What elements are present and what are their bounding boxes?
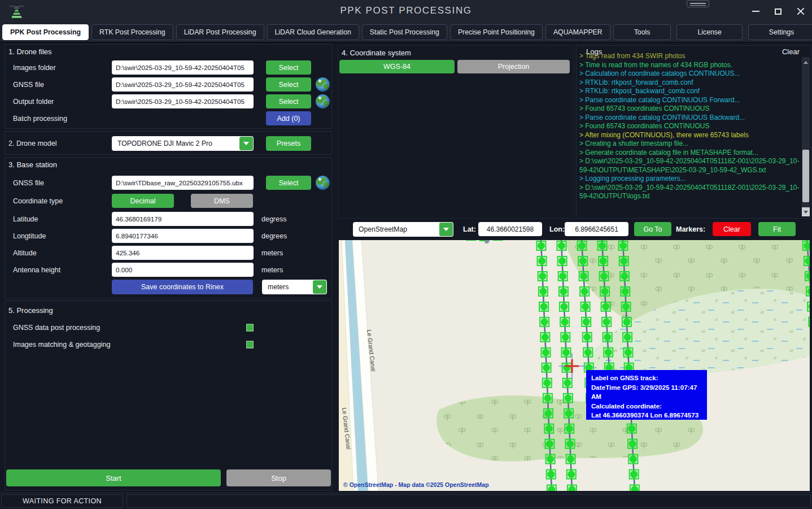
device-indicator [687, 0, 709, 7]
longitude-input[interactable]: 6.8940177346 [112, 229, 254, 243]
coordinate-system-section: 4. Coordinate system WGS-84 Projection [338, 45, 574, 219]
map-control-bar: OpenStreetMap Lat: 46.3660021598 Lon: 6.… [338, 220, 812, 239]
tab-static-post-processing[interactable]: Static Post Processing [362, 24, 447, 40]
log-entry: > D:\swir\2025-03-29_10-59-42-20250404T0… [579, 157, 800, 175]
close-icon [797, 7, 805, 15]
presets-button[interactable]: Presets [266, 136, 311, 151]
base-gnss-input[interactable]: D:\swir\TDbase_raw_20250329105755.ubx [112, 176, 254, 190]
tab-aquamapper[interactable]: AQUAMAPPER [545, 24, 610, 40]
drone-model-dropdown[interactable]: TOPODRONE DJI Mavic 2 Pro [112, 136, 254, 151]
scroll-up-icon[interactable] [802, 57, 810, 67]
log-entry: > Found 65743 coordinates CONTINUOUS [579, 122, 800, 131]
map-attribution: © OpenStreetMap - Map data ©2025 OpenStr… [343, 481, 489, 488]
images-matching-label: Images matching & geotagging [13, 341, 110, 349]
base-gnss-select-button[interactable]: Select [266, 176, 311, 190]
goto-button[interactable]: Go To [634, 222, 671, 236]
fit-button[interactable]: Fit [758, 222, 796, 236]
log-entry: > Time is read from the names of 434 RGB… [579, 61, 800, 70]
tooltip-line: Lat 46.3660390374 Lon 6.89674573 [591, 411, 702, 420]
output-folder-select-button[interactable]: Select [266, 94, 311, 108]
scroll-down-icon[interactable] [802, 207, 810, 216]
longitude-unit: degrees [261, 232, 287, 240]
chevron-down-icon [239, 137, 253, 150]
map-provider-dropdown[interactable]: OpenStreetMap [353, 222, 453, 237]
batch-processing-label: Batch processing [13, 115, 67, 123]
stop-button[interactable]: Stop [226, 469, 331, 486]
drone-files-title: 1. Drone files [8, 47, 52, 56]
wgs84-toggle[interactable]: WGS-84 [339, 60, 455, 73]
gnss-track-tooltip: Label on GNSS track: DateTime GPS: 3/29/… [586, 370, 707, 420]
lon-input[interactable]: 6.8966245651 [565, 222, 628, 236]
tab-lidar-cloud-generation[interactable]: LiDAR Cloud Generation [267, 24, 359, 40]
output-folder-label: Output folder [13, 98, 54, 106]
save-rinex-button[interactable]: Save coordinates to Rinex [112, 280, 253, 294]
latitude-unit: degress [261, 215, 286, 223]
maximize-icon [775, 8, 782, 15]
log-entry: > Generate coordinate catalog file in ME… [579, 149, 800, 158]
altitude-input[interactable]: 425.346 [112, 246, 254, 260]
status-message: WAITING FOR ACTION [1, 494, 123, 508]
dms-toggle[interactable]: DMS [191, 194, 253, 208]
log-entry: > Calculation of coordinate catalogs CON… [579, 69, 800, 79]
start-button[interactable]: Start [6, 469, 221, 486]
maximize-button[interactable] [774, 7, 783, 16]
decimal-toggle[interactable]: Decimal [112, 194, 174, 208]
globe-icon[interactable] [316, 176, 330, 190]
antenna-height-input[interactable]: 0.000 [112, 263, 254, 277]
log-entry: > D:\swir\2025-03-29_10-59-42-20250404T0… [579, 184, 800, 201]
gnss-post-processing-checkbox[interactable] [246, 324, 254, 331]
status-extra [126, 494, 811, 508]
coordinate-system-title: 4. Coordinate system [342, 49, 411, 57]
lat-input[interactable]: 46.3660021598 [478, 222, 542, 236]
map-view[interactable]: Le Grand Canal Le Grand Canal Label on G… [339, 240, 810, 491]
log-entry: > Logging processing parameters... [579, 175, 800, 184]
lon-label: Lon: [549, 225, 565, 233]
latitude-input[interactable]: 46.3680169179 [112, 212, 254, 226]
globe-icon[interactable] [316, 77, 330, 92]
tab-ppk-post-processing[interactable]: PPK Post Processing [2, 24, 89, 40]
processing-section: 5. Processing GNSS data post processing … [5, 301, 332, 490]
settings-button[interactable]: Settings [748, 24, 812, 40]
images-folder-select-button[interactable]: Select [266, 60, 311, 75]
license-button[interactable]: License [676, 24, 742, 40]
batch-add-button[interactable]: Add (0) [266, 111, 311, 125]
tab-bar: PPK Post Processing RTK Post Processing … [0, 23, 812, 43]
log-entry: > Found 65743 coordinates CONTINUOUS [579, 105, 800, 114]
base-station-section: 3. Base station GNSS file D:\swir\TDbase… [5, 157, 332, 299]
log-list[interactable]: > Tags read from 434 SWIR photos > Time … [579, 52, 800, 216]
logs-scrollbar[interactable] [802, 57, 810, 216]
gnss-file-input[interactable]: D:\swir\2025-03-29_10-59-42-20250404T05 [112, 77, 254, 92]
chevron-down-icon [313, 280, 326, 294]
map-provider-value: OpenStreetMap [359, 225, 407, 233]
images-folder-input[interactable]: D:\swir\2025-03-29_10-59-42-20250404T05 [112, 60, 254, 75]
tooltip-line: DateTime GPS: 3/29/2025 11:07:47 AM [591, 383, 702, 402]
drone-model-section: 2. Drone model TOPODRONE DJI Mavic 2 Pro… [5, 131, 332, 155]
markers-clear-button[interactable]: Clear [713, 222, 751, 236]
units-dropdown[interactable]: meters [262, 280, 327, 294]
gnss-file-select-button[interactable]: Select [266, 77, 311, 92]
tab-tools[interactable]: Tools [613, 24, 671, 40]
drone-model-value: TOPODRONE DJI Mavic 2 Pro [117, 140, 212, 147]
latitude-label: Latitude [13, 215, 38, 223]
log-entry: > Parse coordinate catalog CONTINUOUS Ba… [579, 114, 800, 123]
tab-precise-point-positioning[interactable]: Precise Point Positioning [450, 24, 543, 40]
tab-lidar-post-processing[interactable]: LiDAR Post Processing [176, 24, 264, 40]
output-folder-input[interactable]: D:\swir\2025-03-29_10-59-42-20250404T05 [112, 94, 254, 108]
log-entry: > After mixing (CONTINUOUS), there were … [579, 131, 800, 140]
chevron-down-icon [439, 223, 453, 236]
altitude-unit: meters [261, 249, 283, 257]
projection-toggle[interactable]: Projection [457, 60, 570, 73]
log-entry: > RTKLib: rtkpost_forward_comb.conf [579, 79, 800, 88]
minimize-button[interactable] [751, 7, 760, 16]
globe-icon[interactable] [316, 94, 330, 108]
close-button[interactable] [796, 7, 805, 16]
lat-label: Lat: [463, 225, 476, 233]
tab-rtk-post-processing[interactable]: RTK Post Processing [91, 24, 173, 40]
scrollbar-thumb[interactable] [802, 150, 809, 202]
log-entry: > Creating a shutter timestamp file... [579, 140, 800, 149]
gnss-file-label: GNSS file [13, 81, 44, 89]
minimize-icon [752, 11, 759, 12]
images-matching-checkbox[interactable] [246, 341, 254, 348]
log-entry: > Tags read from 434 SWIR photos [579, 52, 800, 61]
base-station-title: 3. Base station [8, 160, 57, 169]
